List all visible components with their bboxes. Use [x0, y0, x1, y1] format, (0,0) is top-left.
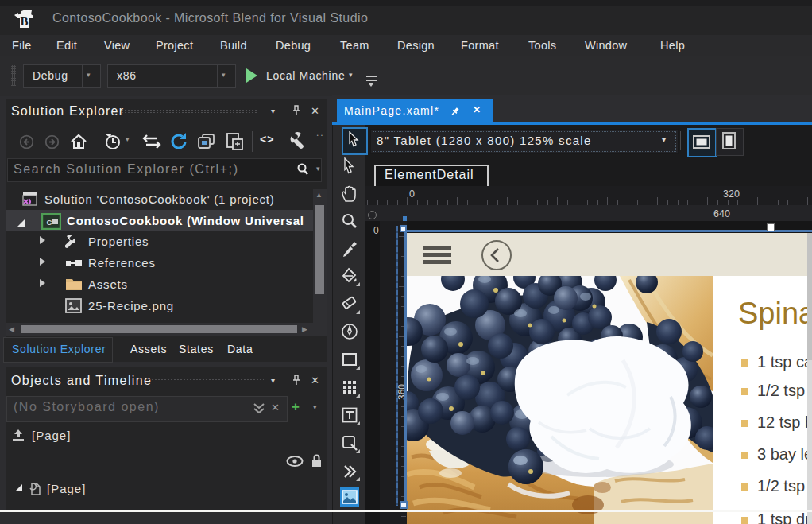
svg-text:B: B — [20, 15, 28, 28]
svg-text:C: C — [47, 218, 52, 227]
